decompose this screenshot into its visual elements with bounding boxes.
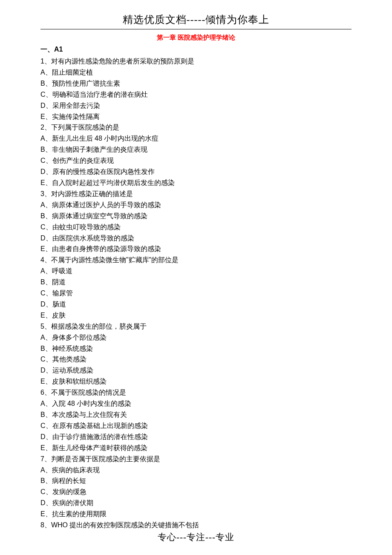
- text-line: E、由患者自身携带的感染源导致的感染: [40, 243, 352, 254]
- text-line: 1、对有内源性感染危险的患者所采取的预防原则是: [40, 56, 352, 67]
- text-line: E、新生儿经母体产道时获得的感染: [40, 442, 352, 454]
- text-line: 3、对内源性感染正确的描述是: [40, 188, 352, 199]
- text-line: B、预防性使用广谱抗生素: [40, 78, 352, 89]
- text-line: A、身体多个部位感染: [40, 332, 352, 343]
- text-line: C、明确和适当治疗患者的潜在病灶: [40, 89, 352, 100]
- text-line: B、非生物因子刺激产生的炎症表现: [40, 144, 352, 155]
- text-line: E、自入院时起超过平均潜伏期后发生的感染: [40, 177, 352, 188]
- footer-text: 专心---专注---专业: [0, 531, 392, 543]
- text-line: E、实施传染性隔离: [40, 111, 352, 122]
- document-page: 精选优质文档-----倾情为你奉上 第一章 医院感染护理学绪论 一、A1 1、对…: [0, 0, 392, 539]
- text-line: C、其他类感染: [40, 354, 352, 365]
- text-line: A、病原体通过医护人员的手导致的感染: [40, 199, 352, 211]
- text-line: 7、判断是否属于医院感染的主要依据是: [40, 454, 352, 465]
- text-line: D、采用全部去污染: [40, 100, 352, 111]
- text-line: B、神经系统感染: [40, 343, 352, 354]
- text-line: D、由医院供水系统导致的感染: [40, 233, 352, 244]
- section-title: 一、A1: [40, 45, 352, 54]
- text-line: C、输尿管: [40, 288, 352, 299]
- text-line: A、阻止细菌定植: [40, 67, 352, 78]
- text-line: D、运动系统感染: [40, 365, 352, 376]
- text-line: E、抗生素的使用期限: [40, 509, 352, 520]
- text-line: 4、不属于内源性感染微生物"贮藏库"的部位是: [40, 254, 352, 266]
- content-block: 1、对有内源性感染危险的患者所采取的预防原则是 A、阻止细菌定植 B、预防性使用…: [40, 56, 352, 531]
- text-line: A、新生儿出生后 48 小时内出现的水痘: [40, 133, 352, 144]
- text-line: E、皮肤和软组织感染: [40, 376, 352, 387]
- text-line: D、原有的慢性感染在医院内急性发作: [40, 166, 352, 177]
- text-line: B、阴道: [40, 277, 352, 288]
- text-line: 6、不属于医院感染的情况是: [40, 387, 352, 398]
- text-line: 2、下列属于医院感染的是: [40, 122, 352, 133]
- text-line: D、由于诊疗措施激活的潜在性感染: [40, 431, 352, 442]
- text-line: D、肠道: [40, 299, 352, 310]
- text-line: A、疾病的临床表现: [40, 465, 352, 476]
- text-line: B、本次感染与上次住院有关: [40, 409, 352, 420]
- text-line: C、创伤产生的炎症表现: [40, 155, 352, 166]
- text-line: 8、WHO 提出的有效控制医院感染的关键措施不包括: [40, 520, 352, 531]
- text-line: C、由蚊虫叮咬导致的感染: [40, 222, 352, 233]
- text-line: A、入院 48 小时内发生的感染: [40, 398, 352, 409]
- text-line: A、呼吸道: [40, 266, 352, 277]
- text-line: B、病原体通过病室空气导致的感染: [40, 211, 352, 222]
- text-line: C、在原有感染基础上出现新的感染: [40, 420, 352, 431]
- header-title: 精选优质文档-----倾情为你奉上: [40, 13, 352, 29]
- text-line: D、疾病的潜伏期: [40, 497, 352, 509]
- chapter-title: 第一章 医院感染护理学绪论: [40, 34, 352, 42]
- text-line: C、发病的缓急: [40, 486, 352, 497]
- text-line: E、皮肤: [40, 310, 352, 321]
- text-line: B、病程的长短: [40, 475, 352, 486]
- text-line: 5、根据感染发生的部位，脐炎属于: [40, 321, 352, 332]
